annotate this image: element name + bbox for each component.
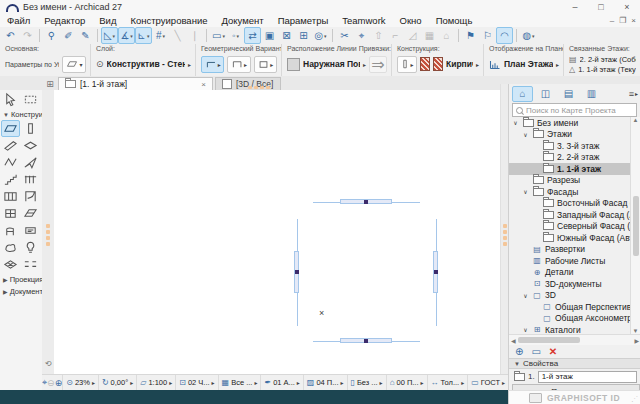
view-map-icon[interactable]: ◫ <box>535 86 556 102</box>
navigator-menu-button[interactable]: ≡▸ <box>629 89 638 99</box>
scroll-up-icon[interactable]: ▲ <box>633 117 639 123</box>
statusbar-scale[interactable]: ▱1:100▸ <box>136 375 175 390</box>
statusbar-floor-plan-cut-plane[interactable]: ⌂00 П...▸ <box>386 375 427 390</box>
tree-expander-icon[interactable]: ∨ <box>522 326 529 333</box>
tool-morph-icon[interactable] <box>1 239 20 256</box>
split-icon[interactable]: ✂ <box>336 27 353 44</box>
tree-expander-icon[interactable]: ∨ <box>522 292 529 299</box>
viewpoint-settings-button[interactable]: ▭ <box>531 346 540 357</box>
tool-door-icon[interactable] <box>21 188 40 205</box>
wall-default-settings-button[interactable]: ▾ <box>62 56 86 73</box>
delete-viewpoint-button[interactable]: ✕ <box>549 346 557 357</box>
tree-item[interactable]: ∨▢3D <box>509 290 631 302</box>
reference-line-selector[interactable]: Наружная Пове... <box>303 59 360 69</box>
tool-lamp-icon[interactable] <box>21 239 40 256</box>
pickup-parameters-icon[interactable]: ⚲ <box>43 27 60 44</box>
tree-expander-icon[interactable]: ∨ <box>522 188 529 195</box>
pick-up-pen-icon[interactable]: ✎ <box>77 27 94 44</box>
tool-skylight-icon[interactable] <box>21 205 40 222</box>
resize-icon[interactable]: ▦ <box>421 27 438 44</box>
tree-item[interactable]: ∨Фасады <box>509 186 631 198</box>
arc-segment-icon[interactable]: ◠ <box>496 27 513 44</box>
toolbox-section-construct[interactable]: ▼ Конструиров <box>0 108 42 120</box>
stretch-icon[interactable]: ⌂ <box>438 27 455 44</box>
tree-item[interactable]: ▥Рабочие Листы <box>509 255 631 267</box>
marquee-mode-icon[interactable]: ▭▾ <box>210 27 227 44</box>
vertical-scroll-thumb[interactable] <box>633 196 639 256</box>
tool-mesh-icon[interactable] <box>1 256 20 273</box>
mdi-minimize-button[interactable]: – <box>610 16 614 25</box>
zoom-in-icon[interactable]: ⊕ <box>55 376 63 390</box>
adjust-icon[interactable]: ⌖ <box>353 27 370 44</box>
scroll-left-icon[interactable]: ◀ <box>511 337 516 344</box>
redo-icon[interactable]: ↷ <box>19 27 36 44</box>
grid-snap-icon[interactable]: #▾ <box>152 27 169 44</box>
scroll-right-icon[interactable]: ▶ <box>634 337 639 344</box>
flip-reference-line-button[interactable]: ⇒ <box>369 56 387 73</box>
statusbar-layer-combination[interactable]: ⊡02 Ч...▸ <box>175 375 217 390</box>
guide-lines-icon[interactable]: ◺▾ <box>101 27 118 44</box>
project-map-icon[interactable]: ⌂ <box>512 86 533 102</box>
linked-story-base[interactable]: △ 1. 1-й этаж (Теку <box>569 64 636 74</box>
tool-stair-icon[interactable] <box>1 171 20 188</box>
toolbox-collapse-icon[interactable]: ⟲ <box>43 358 53 368</box>
publisher-icon[interactable]: ▥ <box>581 86 602 102</box>
statusbar-renovation-filter[interactable]: ▯Без ...▸ <box>347 375 386 390</box>
horizontal-scroll-thumb[interactable] <box>518 337 580 343</box>
tree-item[interactable]: ∨⊞Каталоги <box>509 324 631 334</box>
statusbar-dimensioning[interactable]: ↔Тол...▸ <box>427 375 468 390</box>
tool-zone-icon[interactable] <box>21 222 40 239</box>
lock-elements-icon[interactable]: ◦▾ <box>227 27 244 44</box>
tree-item[interactable]: ▤Развертки <box>509 244 631 256</box>
mdi-close-button[interactable]: × <box>631 16 636 25</box>
suspend-groups-icon[interactable]: ⇄ <box>244 27 261 44</box>
edit-selection-set-icon[interactable]: ⊞ <box>295 27 312 44</box>
tree-item[interactable]: 2. 2-й этаж <box>509 152 631 164</box>
add-viewpoint-button[interactable]: ⊕ <box>515 346 523 357</box>
navigator-resize-handle[interactable] <box>502 222 507 248</box>
mdi-restore-button[interactable]: ❐ <box>619 16 626 25</box>
toolbox-section-projection[interactable]: ▶ Проекция <box>0 273 42 285</box>
tree-item[interactable]: ∨Без имени <box>509 117 631 129</box>
tabbar-palette-handle[interactable] <box>248 85 270 89</box>
layer-selector[interactable]: ⊙ Конструктив - Стены Не... ▸ <box>96 54 191 74</box>
tool-marquee-icon[interactable] <box>21 91 40 108</box>
magic-wand-icon[interactable]: ◎▾ <box>312 27 329 44</box>
zoom-out-icon[interactable]: ⊖ <box>47 376 55 390</box>
tab-close-icon[interactable]: × <box>201 80 206 89</box>
wall-bottom-node[interactable] <box>364 339 368 343</box>
tool-opening-icon[interactable] <box>21 256 40 273</box>
snap-points-icon[interactable]: ⊾▾ <box>135 27 152 44</box>
flag-end-icon[interactable]: ⚐ <box>479 27 496 44</box>
tool-slab-icon[interactable] <box>21 137 40 154</box>
trim-icon[interactable]: ⇧ <box>370 27 387 44</box>
tree-item[interactable]: ▢Общая Перспектива <box>509 301 631 313</box>
building-material-selector[interactable]: Кирпич - Гли... <box>446 59 473 69</box>
menu-окно[interactable]: Окно <box>393 14 429 27</box>
wall-right-node[interactable] <box>434 270 438 274</box>
menu-teamwork[interactable]: Teamwork <box>335 14 392 27</box>
minimize-button[interactable]: – <box>562 1 588 14</box>
layout-book-icon[interactable]: ▤ <box>558 86 579 102</box>
tree-item[interactable]: 1. 1-й этаж <box>509 163 631 175</box>
maximize-button[interactable]: □ <box>588 1 614 14</box>
tree-item[interactable]: ∨Этажи <box>509 129 631 141</box>
tab-floor-plan[interactable]: [1. 1-й этаж] × <box>58 77 213 90</box>
flag-start-icon[interactable]: ⚑ <box>462 27 479 44</box>
menu-конструирование[interactable]: Конструирование <box>123 14 214 27</box>
structure-type-button[interactable]: ▸ <box>397 56 417 73</box>
menu-редактор[interactable]: Редактор <box>37 14 92 27</box>
linked-story-top[interactable]: ▤ 2. 2-й этаж (Собо <box>569 54 636 64</box>
properties-section-header[interactable]: ▼ Свойства <box>509 358 640 369</box>
tool-roof-icon[interactable] <box>1 154 20 171</box>
cursor-projection-icon[interactable]: ❘ <box>186 27 203 44</box>
toolbox-section-document[interactable]: ▶ Документир <box>0 285 42 297</box>
tree-item[interactable]: ⊕Детали <box>509 267 631 279</box>
tree-horizontal-scrollbar[interactable]: ◀ ▶ <box>509 334 640 345</box>
tool-beam-icon[interactable] <box>1 137 20 154</box>
menu-документ[interactable]: Документ <box>214 14 270 27</box>
tree-expander-icon[interactable]: ∨ <box>512 119 519 126</box>
toolbox-resize-handle[interactable] <box>45 222 50 248</box>
inject-parameters-icon[interactable]: ✐ <box>60 27 77 44</box>
tree-item[interactable]: Разрезы <box>509 175 631 187</box>
